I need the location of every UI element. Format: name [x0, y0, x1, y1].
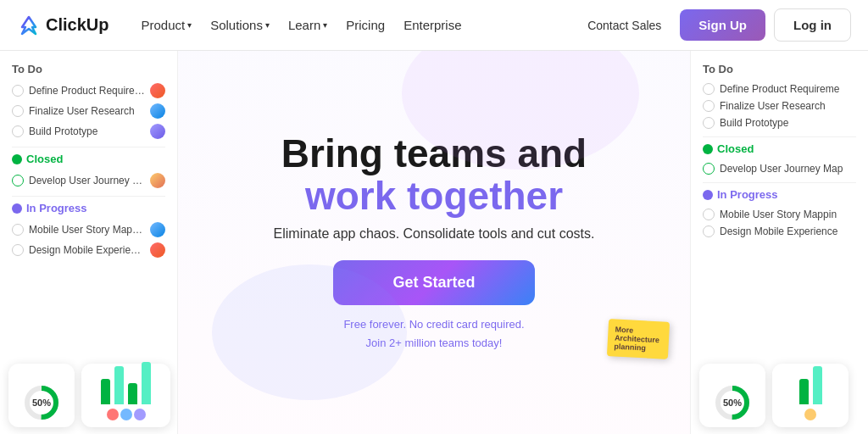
divider [12, 196, 165, 197]
divider [703, 182, 856, 183]
avatar [150, 242, 165, 258]
avatar [150, 222, 165, 237]
task-item[interactable]: Design Mobile Experience [703, 223, 856, 240]
sticky-note: More Architecture planning [607, 319, 670, 359]
avatar-row-right [804, 409, 816, 420]
right-panel: To Do Define Product Requireme Finalize … [690, 51, 868, 434]
avatar [150, 83, 165, 98]
inprogress-label-right: In Progress [703, 188, 856, 201]
bottom-widgets-right: 50% [699, 364, 849, 427]
bar-1 [101, 379, 110, 404]
left-panel: To Do Define Product Requirement Finaliz… [0, 51, 178, 434]
task-item[interactable]: Finalize User Research [703, 97, 856, 114]
hero-subtitle: Eliminate app chaos. Consolidate tools a… [274, 226, 595, 242]
task-item[interactable]: Develop User Journey Map [703, 160, 856, 177]
task-circle-icon [703, 117, 715, 129]
donut-widget-left: 50% [8, 364, 75, 427]
task-circle-icon [703, 209, 715, 220]
task-circle-icon [703, 100, 715, 112]
bar-r1 [799, 379, 809, 404]
avatar [150, 103, 165, 119]
task-circle-icon [12, 244, 24, 256]
main-content: To Do Define Product Requirement Finaliz… [0, 51, 868, 434]
closed-label-left: Closed [12, 153, 165, 165]
avatar [150, 173, 165, 188]
mini-avatar-orange [804, 409, 816, 420]
logo-icon [17, 14, 41, 37]
free-line2: Join 2+ million teams today! [343, 334, 524, 353]
hero-title: Bring teams and work together [281, 132, 587, 218]
signup-button[interactable]: Sign Up [680, 9, 765, 41]
hero-line2: work together [281, 175, 587, 218]
task-item[interactable]: Build Prototype [703, 114, 856, 131]
todo-section-left: To Do Define Product Requirement Finaliz… [12, 63, 165, 142]
divider [703, 136, 856, 137]
task-circle-icon [703, 83, 715, 95]
bar-widget-right [772, 364, 849, 427]
bar-2 [114, 366, 124, 404]
task-item[interactable]: Design Mobile Experience - [12, 240, 165, 260]
bar-4 [142, 362, 151, 404]
chevron-down-icon: ▾ [187, 20, 192, 30]
login-button[interactable]: Log in [774, 8, 851, 42]
get-started-button[interactable]: Get Started [333, 260, 534, 305]
closed-section-right: Closed Develop User Journey Map [703, 142, 856, 177]
task-item[interactable]: Develop User Journey Map [12, 170, 165, 191]
task-item[interactable]: Finalize User Research [12, 101, 165, 121]
center-content: Bring teams and work together Eliminate … [178, 51, 690, 434]
donut-widget-right: 50% [699, 364, 765, 427]
contact-sales-link[interactable]: Contact Sales [577, 12, 671, 39]
todo-label-right: To Do [703, 63, 856, 75]
task-circle-icon [12, 105, 24, 117]
nav-learn[interactable]: Learn ▾ [280, 13, 336, 37]
mini-avatar-red [107, 409, 119, 420]
avatar-row-left [107, 409, 146, 420]
donut-percent-right: 50% [723, 398, 742, 408]
donut-percent-left: 50% [32, 398, 51, 408]
bottom-widgets-left: 50% [8, 364, 170, 427]
mini-avatar-blue [120, 409, 132, 420]
inprogress-section-left: In Progress Mobile User Story Mapping De… [12, 202, 165, 260]
task-item[interactable]: Define Product Requireme [703, 81, 856, 97]
task-circle-closed-icon [703, 163, 715, 175]
closed-section-left: Closed Develop User Journey Map [12, 153, 165, 191]
chevron-down-icon: ▾ [265, 20, 270, 30]
nav-enterprise[interactable]: Enterprise [395, 13, 470, 37]
inprogress-section-right: In Progress Mobile User Story Mappin Des… [703, 188, 856, 240]
task-item[interactable]: Define Product Requirement [12, 81, 165, 101]
task-circle-icon [12, 85, 24, 97]
inprogress-label-left: In Progress [12, 202, 165, 214]
avatar [150, 124, 165, 139]
logo[interactable]: ClickUp [17, 14, 108, 37]
navbar: ClickUp Product ▾ Solutions ▾ Learn ▾ Pr… [0, 0, 868, 51]
chevron-down-icon: ▾ [323, 20, 327, 30]
task-item[interactable]: Mobile User Story Mappin [703, 206, 856, 223]
bar-r2 [813, 366, 822, 404]
task-circle-icon [703, 225, 715, 237]
free-text: Free forever. No credit card required. J… [343, 315, 524, 353]
nav-pricing[interactable]: Pricing [337, 13, 393, 37]
task-item[interactable]: Mobile User Story Mapping [12, 220, 165, 240]
task-circle-icon [12, 125, 24, 137]
nav-product[interactable]: Product ▾ [132, 13, 200, 37]
divider [12, 147, 165, 147]
task-item[interactable]: Build Prototype [12, 121, 165, 142]
todo-section-right: To Do Define Product Requireme Finalize … [703, 63, 856, 131]
task-circle-icon [12, 224, 24, 236]
nav-solutions[interactable]: Solutions ▾ [202, 13, 278, 37]
free-line1: Free forever. No credit card required. [343, 315, 524, 334]
bar-widget-left [81, 364, 170, 427]
mini-avatar-purple [134, 409, 146, 420]
nav-links: Product ▾ Solutions ▾ Learn ▾ Pricing En… [132, 13, 470, 37]
nav-right: Contact Sales Sign Up Log in [577, 8, 851, 42]
todo-label-left: To Do [12, 63, 165, 75]
logo-text: ClickUp [46, 15, 108, 35]
task-circle-closed-icon [12, 175, 24, 186]
closed-label-right: Closed [703, 142, 856, 155]
bar-3 [128, 383, 137, 404]
hero-line1: Bring teams and [281, 132, 587, 175]
